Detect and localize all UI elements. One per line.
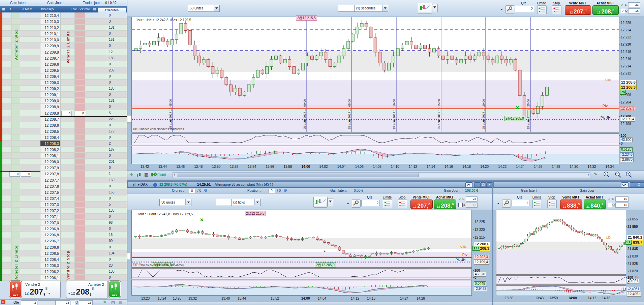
oco-checkbox[interactable] xyxy=(458,203,463,207)
ladder-row[interactable]: 12 207,90 xyxy=(0,165,127,171)
h-scrollbar-track-top[interactable]: ◂ ▸ xyxy=(173,172,590,178)
maximize-button[interactable]: ❐ xyxy=(480,182,486,188)
s-check-icon[interactable]: ✔ xyxy=(608,197,611,201)
ladder-row[interactable]: 12 208,0201 xyxy=(0,159,127,165)
ladder-row[interactable]: 12 206,40 xyxy=(0,256,127,263)
s-check-icon[interactable]: ✔ xyxy=(621,3,624,7)
trade-marker-label[interactable]: 2@12 215,5 xyxy=(245,211,266,216)
limite-button[interactable] xyxy=(537,5,547,14)
keyboard-icon[interactable] xyxy=(465,182,473,188)
ladder-row[interactable]: 12 206,90 xyxy=(0,226,127,232)
maximize-button[interactable]: ❐ xyxy=(636,182,642,188)
position-icon[interactable] xyxy=(284,189,287,192)
ladder-row[interactable]: 12 206,60 xyxy=(0,244,127,250)
dax-window-titlebar[interactable]: ▾ DAX i 12 208,3 (+0,07%) 14:25:51 Allem… xyxy=(127,181,492,188)
pointer-icon[interactable]: ✛ xyxy=(129,172,133,177)
close-button[interactable]: ✕ xyxy=(642,182,644,188)
units-dropdown-top[interactable]: 50 unités xyxy=(188,5,220,12)
ladder-row[interactable]: 12 208,2167 xyxy=(0,147,127,153)
oco-checkbox[interactable] xyxy=(608,203,612,207)
scroll-left-arrow[interactable]: ◂ xyxy=(174,173,175,176)
trade-marker-label[interactable]: 2@12 205,0 xyxy=(504,116,525,121)
limit-distance-input[interactable]: 16 xyxy=(466,203,478,208)
oco-checkbox[interactable]: ✓ xyxy=(621,9,625,13)
ladder-row[interactable]: 12 206,10 xyxy=(0,275,127,281)
ladder-row[interactable]: 12 209,0131 xyxy=(0,98,127,104)
close-button[interactable]: ✕ xyxy=(486,182,492,188)
footer-oco-checkbox[interactable]: ✓ xyxy=(71,301,75,305)
ladder-row[interactable]: 12 208,40 xyxy=(0,134,127,141)
ladder-row[interactable]: 12 209,2188 xyxy=(0,86,127,92)
stop-distance-input[interactable]: 23 xyxy=(628,2,640,7)
qty-input[interactable]: 2 xyxy=(515,6,534,12)
sell-stop-order-label[interactable]: Vendre 2 Stop xyxy=(66,236,70,280)
order-settings-button[interactable] xyxy=(502,200,511,208)
layout-icon[interactable]: ▦ xyxy=(144,172,148,177)
ladder-row[interactable]: 12 206,816 xyxy=(0,232,127,238)
chevron-down-icon[interactable] xyxy=(254,199,260,205)
buy-limit-order-label[interactable]: Acheter 2 Limite xyxy=(14,236,18,280)
chevron-down-icon[interactable] xyxy=(214,5,219,11)
buy-stop-order-label[interactable]: Acheter 2 Stop xyxy=(14,16,18,60)
footer-limit-value-input[interactable]: 16 xyxy=(79,300,93,305)
ladder-row[interactable]: 12 207,2138 xyxy=(0,208,127,214)
keyboard-icon[interactable] xyxy=(621,182,628,188)
limit-distance-input[interactable]: 16 xyxy=(628,8,640,13)
buy-market-icon[interactable]: MKT xyxy=(109,281,121,298)
ladder-row[interactable]: 12 210,2181 xyxy=(0,25,127,31)
ladder-row[interactable]: 12 207,10 xyxy=(0,214,127,220)
trade-ticket-icon[interactable] xyxy=(1,300,6,305)
candle-tool-icon[interactable] xyxy=(136,172,142,178)
h-scrollbar-thumb-top[interactable] xyxy=(177,173,419,177)
footer-qty-input[interactable]: 2 xyxy=(21,300,37,305)
units-dropdown-mid[interactable]: 50 unités xyxy=(159,199,191,206)
buy-mkt-button[interactable]: 12 208,8 xyxy=(434,200,456,209)
stop-distance-input[interactable]: 10 xyxy=(615,196,628,202)
ladder-row[interactable]: 12 208,8500 xyxy=(0,110,127,116)
qty-input[interactable]: 1 xyxy=(512,200,529,206)
settings-icon[interactable]: ▥ xyxy=(119,300,122,304)
limite-button[interactable] xyxy=(532,200,542,208)
sell-mkt-button[interactable]: 12 207,8 xyxy=(565,5,591,15)
stop-button[interactable] xyxy=(552,5,561,14)
minimize-button[interactable]: — xyxy=(474,182,480,188)
chart-style-button-mid[interactable] xyxy=(313,197,328,208)
ladder-row[interactable]: 12 208,60 xyxy=(0,122,127,128)
ladder-row[interactable]: 12 208,10 xyxy=(0,153,127,159)
ladder-row[interactable]: 12 210,10 xyxy=(0,31,127,37)
refresh-icon[interactable]: ⇅ xyxy=(103,300,106,304)
panel-collapse-arrow[interactable]: ◂ xyxy=(497,202,499,205)
limit-distance-input[interactable]: 10 xyxy=(615,203,628,208)
chevron-down-icon[interactable] xyxy=(382,5,388,11)
col-executes[interactable]: Exécutés xyxy=(98,7,126,13)
orders-icon[interactable] xyxy=(204,189,207,192)
stop-button[interactable] xyxy=(398,200,407,208)
ladder-row[interactable]: 12 210,40 xyxy=(0,12,127,19)
ladder-row[interactable]: 12 206,328 xyxy=(0,263,127,269)
buy-2-button[interactable]: Acheter 2 ▾ 12 208,8 xyxy=(66,281,108,298)
ladder-row[interactable]: 12 207,7160 xyxy=(0,177,127,183)
trade-marker-label[interactable]: 2@12 205,0 xyxy=(315,263,336,268)
chart-style-arrow[interactable] xyxy=(432,4,438,12)
panel-collapse-arrow[interactable]: ◂ xyxy=(501,7,502,11)
ladder-row[interactable]: 12 210,0151 xyxy=(0,37,127,43)
ladder-row[interactable]: 12 210,33 xyxy=(0,19,127,25)
ladder-row[interactable]: 12 209,60 xyxy=(0,61,127,67)
ladder-row[interactable]: 12 209,5239 xyxy=(0,67,127,73)
ladder-row[interactable]: 12 208,90 xyxy=(0,104,127,110)
chevron-down-icon[interactable] xyxy=(185,199,191,205)
page-icon[interactable]: ▤ xyxy=(111,300,115,304)
ladder-row[interactable]: 12 209,812 xyxy=(0,49,127,55)
sell-market-icon[interactable]: MKT xyxy=(9,281,22,298)
stop-button[interactable] xyxy=(547,200,557,208)
zoom-in-icon[interactable] xyxy=(625,171,632,178)
ladder-row[interactable]: 12 207,60 xyxy=(0,183,127,189)
trade-marker-label[interactable]: 2@12 215,5 xyxy=(296,16,317,21)
ladder-row[interactable]: 12 208,32 xyxy=(0,141,127,147)
minimize-button[interactable]: — xyxy=(630,182,636,188)
sell-mkt-button[interactable]: 21 838,5 xyxy=(560,200,582,209)
buy-mkt-button[interactable]: 12 208,8 xyxy=(592,5,619,15)
buy-mkt-button[interactable]: 21 840,9 xyxy=(584,200,606,209)
ladder-row[interactable]: 12 206,5104 xyxy=(0,250,127,256)
sell-limit-order-label[interactable]: Vendre 2 Limite xyxy=(66,16,70,63)
